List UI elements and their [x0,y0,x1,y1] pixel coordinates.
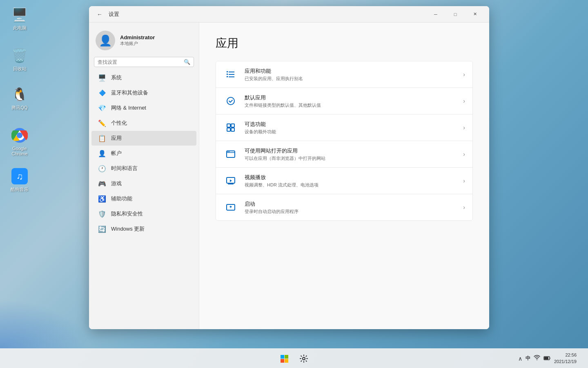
svg-rect-21 [281,355,284,359]
svg-rect-22 [285,355,288,359]
sidebar-item-label: Windows 更新 [111,225,190,233]
datetime-display[interactable]: 22:56 2021/12/19 [554,352,577,365]
sidebar-item-label: 系统 [111,74,190,81]
start-button[interactable] [275,350,293,368]
music-icon: ♫ [11,167,29,185]
search-input[interactable] [98,59,181,65]
svg-rect-13 [231,124,234,127]
video-playback-text: 视频播放 视频调整、HDR 流式处理、电池选项 [245,174,457,188]
taskbar-settings-button[interactable] [295,350,313,368]
title-bar-left: ← 设置 [94,9,426,20]
svg-rect-10 [229,76,234,77]
sidebar-item-system[interactable]: 🖥️ 系统 [91,70,196,85]
card-optional-features[interactable]: 可选功能 设备的额外功能 › [216,114,472,141]
sidebar-item-label: 隐私和安全性 [111,210,190,218]
tray-battery-icon[interactable] [543,355,552,363]
svg-rect-8 [229,72,234,72]
sidebar-item-label: 蓝牙和其他设备 [111,89,190,96]
search-icon[interactable]: 🔍 [184,59,190,65]
minimize-button[interactable]: ─ [426,8,445,21]
tray-network-icon[interactable] [533,354,541,363]
datetime-icon: 🕐 [98,164,106,173]
optional-features-arrow: › [463,124,465,131]
close-button[interactable]: ✕ [466,8,484,21]
sidebar-item-label: 应用 [111,135,190,142]
web-apps-icon [223,147,238,162]
svg-rect-23 [281,359,284,363]
apps-features-text: 应用和功能 已安装的应用、应用执行别名 [245,67,457,82]
svg-point-11 [227,97,234,105]
svg-point-18 [229,151,229,152]
startup-icon [223,200,238,215]
network-icon: 💎 [98,104,106,112]
computer-icon-label: 此电脑 [13,25,27,31]
sidebar-item-label: 游戏 [111,180,190,187]
sidebar-item-games[interactable]: 🎮 游戏 [91,176,196,191]
video-playback-arrow: › [463,177,465,184]
svg-point-2 [17,132,22,138]
apps-features-desc: 已安装的应用、应用执行别名 [245,76,457,82]
accounts-icon: 👤 [98,149,106,157]
desktop-icon-recycle[interactable]: 🗑️ 回收站 [3,45,36,73]
sidebar-item-update[interactable]: 🔄 Windows 更新 [91,222,196,236]
web-apps-arrow: › [463,151,465,157]
desktop-icon-computer[interactable]: 🖥️ 此电脑 [3,4,36,32]
accessibility-icon: ♿ [98,195,106,203]
computer-icon: 🖥️ [11,6,29,24]
desktop-icon-qq[interactable]: 🐧 腾讯QQ [3,84,36,112]
sidebar-item-accounts[interactable]: 👤 帐户 [91,146,196,161]
sidebar-item-label: 辅助功能 [111,195,190,202]
recycle-icon: 🗑️ [11,47,29,65]
card-default-apps[interactable]: 默认应用 文件和链接类型的默认值、其他默认值 › [216,88,472,114]
sidebar-item-privacy[interactable]: 🛡️ 隐私和安全性 [91,206,196,221]
chrome-icon [11,126,29,144]
card-video-playback[interactable]: 视频播放 视频调整、HDR 流式处理、电池选项 › [216,168,472,194]
qq-icon-label: 腾讯QQ [11,105,27,110]
default-apps-desc: 文件和链接类型的默认值、其他默认值 [245,102,457,108]
maximize-button[interactable]: □ [446,8,465,21]
title-bar: ← 设置 ─ □ ✕ [89,6,489,22]
games-icon: 🎮 [98,180,106,188]
sidebar-item-apps[interactable]: 📋 应用 [91,131,196,146]
svg-rect-24 [285,359,288,363]
sidebar-item-label: 个性化 [111,119,190,127]
desktop-icon-music[interactable]: ♫ 酷狗音乐 [3,166,36,194]
tray-lang-icon[interactable]: 中 [525,354,531,363]
date-display: 2021/12/19 [554,359,577,365]
video-playback-desc: 视频调整、HDR 流式处理、电池选项 [245,182,457,188]
user-profile[interactable]: 👤 Administrator 本地账户 [89,27,199,57]
default-apps-icon [223,94,238,108]
sidebar-item-accessibility[interactable]: ♿ 辅助功能 [91,191,196,206]
apps-features-title: 应用和功能 [245,67,457,75]
sidebar-item-personalize[interactable]: ✏️ 个性化 [91,116,196,130]
optional-features-text: 可选功能 设备的额外功能 [245,121,457,135]
card-apps-features[interactable]: 应用和功能 已安装的应用、应用执行别名 › [216,61,472,88]
back-button[interactable]: ← [94,9,105,20]
time-display: 22:56 [554,352,577,358]
taskbar-right: ∧ 中 [517,350,581,368]
window-controls: ─ □ ✕ [426,8,484,21]
svg-point-17 [227,151,228,152]
sidebar-item-datetime[interactable]: 🕐 时间和语言 [91,161,196,176]
optional-features-desc: 设备的额外功能 [245,129,457,135]
web-apps-desc: 可以在应用（而非浏览器）中打开的网站 [245,155,457,162]
svg-rect-12 [227,124,230,127]
startup-text: 启动 登录时自动启动的应用程序 [245,200,457,215]
sidebar-item-network[interactable]: 💎 网络 & Internet [91,101,196,115]
card-startup[interactable]: 启动 登录时自动启动的应用程序 › [216,194,472,220]
tray-arrow-icon[interactable]: ∧ [517,355,523,363]
qq-icon: 🐧 [11,85,29,103]
svg-text:♫: ♫ [16,171,23,182]
sidebar-item-bluetooth[interactable]: 🔷 蓝牙和其他设备 [91,85,196,100]
taskbar-center [275,350,313,368]
startup-title: 启动 [245,200,457,208]
sidebar-item-label: 时间和语言 [111,165,190,172]
card-web-apps[interactable]: 可使用网站打开的应用 可以在应用（而非浏览器）中打开的网站 › [216,141,472,168]
search-box[interactable]: 🔍 [94,57,194,67]
system-tray: ∧ 中 [517,352,577,365]
default-apps-title: 默认应用 [245,94,457,101]
show-desktop-button[interactable] [580,350,581,368]
desktop-icon-chrome[interactable]: Google Chrome [3,125,36,158]
music-icon-label: 酷狗音乐 [11,187,29,192]
tray-icons: ∧ 中 [517,354,552,363]
